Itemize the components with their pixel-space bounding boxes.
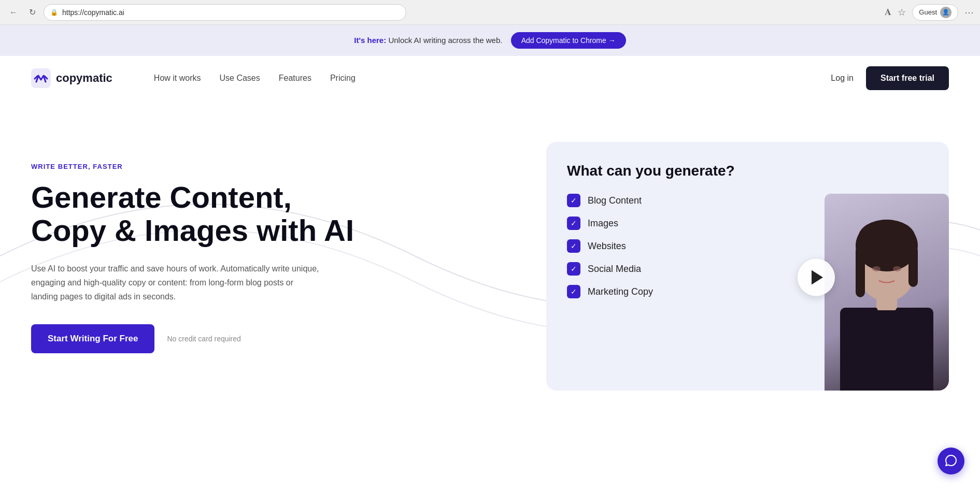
list-item: ✓ Images bbox=[567, 217, 928, 230]
list-item: ✓ Websites bbox=[567, 239, 928, 253]
browser-chrome: ← ↻ 🔒 https://copymatic.ai 𝐀 ☆ Guest 👤 ⋯ bbox=[0, 0, 980, 25]
more-options-button[interactable]: ⋯ bbox=[964, 7, 974, 18]
add-to-chrome-button[interactable]: Add Copymatic to Chrome → bbox=[511, 32, 626, 49]
check-icon: ✓ bbox=[567, 217, 580, 230]
check-icon: ✓ bbox=[567, 262, 580, 276]
hero-right: What can you generate? ✓ Blog Content ✓ … bbox=[536, 132, 949, 391]
favorites-button[interactable]: ☆ bbox=[898, 7, 906, 18]
check-icon: ✓ bbox=[567, 285, 580, 298]
hero-section: WRITE BETTER, FASTER Generate Content, C… bbox=[0, 100, 980, 411]
checklist-item-1: Images bbox=[588, 218, 618, 229]
checklist-item-4: Marketing Copy bbox=[588, 286, 653, 297]
nav-how-it-works[interactable]: How it works bbox=[154, 74, 201, 83]
guest-label: Guest bbox=[919, 8, 937, 16]
nav-links: How it works Use Cases Features Pricing bbox=[154, 74, 356, 83]
read-aloud-button[interactable]: 𝐀 bbox=[885, 7, 891, 18]
url-text: https://copymatic.ai bbox=[62, 8, 124, 17]
hero-eyebrow: WRITE BETTER, FASTER bbox=[31, 163, 536, 170]
logo-text: copymatic bbox=[56, 71, 112, 85]
card-title: What can you generate? bbox=[567, 163, 928, 179]
login-link[interactable]: Log in bbox=[831, 74, 854, 83]
checklist-item-0: Blog Content bbox=[588, 195, 642, 206]
main-nav: copymatic How it works Use Cases Feature… bbox=[0, 56, 980, 100]
announcement-banner: It's here: Unlock AI writing across the … bbox=[0, 25, 980, 56]
hero-headline-line1: Generate Content, bbox=[31, 180, 292, 214]
nav-right: Log in Start free trial bbox=[831, 66, 949, 90]
guest-avatar: 👤 bbox=[940, 7, 951, 18]
address-bar[interactable]: 🔒 https://copymatic.ai bbox=[44, 4, 406, 21]
hero-left: WRITE BETTER, FASTER Generate Content, C… bbox=[31, 132, 536, 353]
no-card-text: No credit card required bbox=[167, 335, 240, 343]
hero-headline: Generate Content, Copy & Images with AI bbox=[31, 181, 536, 247]
start-trial-button[interactable]: Start free trial bbox=[866, 66, 949, 90]
guest-profile-button[interactable]: Guest 👤 bbox=[912, 4, 958, 21]
start-writing-button[interactable]: Start Writing For Free bbox=[31, 324, 154, 353]
list-item: ✓ Social Media bbox=[567, 262, 928, 276]
play-button[interactable] bbox=[798, 259, 835, 296]
svg-rect-1 bbox=[840, 308, 933, 391]
checklist-item-3: Social Media bbox=[588, 264, 641, 275]
checklist: ✓ Blog Content ✓ Images ✓ Websites ✓ Soc… bbox=[567, 194, 928, 298]
list-item: ✓ Marketing Copy bbox=[567, 285, 928, 298]
lock-icon: 🔒 bbox=[50, 9, 58, 16]
browser-right-controls: 𝐀 ☆ Guest 👤 ⋯ bbox=[885, 4, 974, 21]
list-item: ✓ Blog Content bbox=[567, 194, 928, 207]
announcement-message: Unlock AI writing across the web. bbox=[388, 36, 502, 45]
announcement-highlight: It's here: bbox=[354, 36, 386, 45]
svg-rect-0 bbox=[31, 68, 51, 88]
logo-icon bbox=[31, 68, 51, 88]
checklist-item-2: Websites bbox=[588, 241, 626, 252]
hero-card: What can you generate? ✓ Blog Content ✓ … bbox=[546, 142, 949, 391]
nav-use-cases[interactable]: Use Cases bbox=[220, 74, 260, 83]
logo-link[interactable]: copymatic bbox=[31, 68, 112, 88]
nav-pricing[interactable]: Pricing bbox=[330, 74, 356, 83]
check-icon: ✓ bbox=[567, 239, 580, 253]
back-button[interactable]: ← bbox=[6, 5, 21, 20]
check-icon: ✓ bbox=[567, 194, 580, 207]
hero-cta-row: Start Writing For Free No credit card re… bbox=[31, 324, 536, 353]
nav-features[interactable]: Features bbox=[279, 74, 311, 83]
hero-description: Use AI to boost your traffic and save ho… bbox=[31, 262, 321, 304]
refresh-button[interactable]: ↻ bbox=[25, 5, 39, 20]
hero-headline-line2: Copy & Images with AI bbox=[31, 213, 354, 247]
